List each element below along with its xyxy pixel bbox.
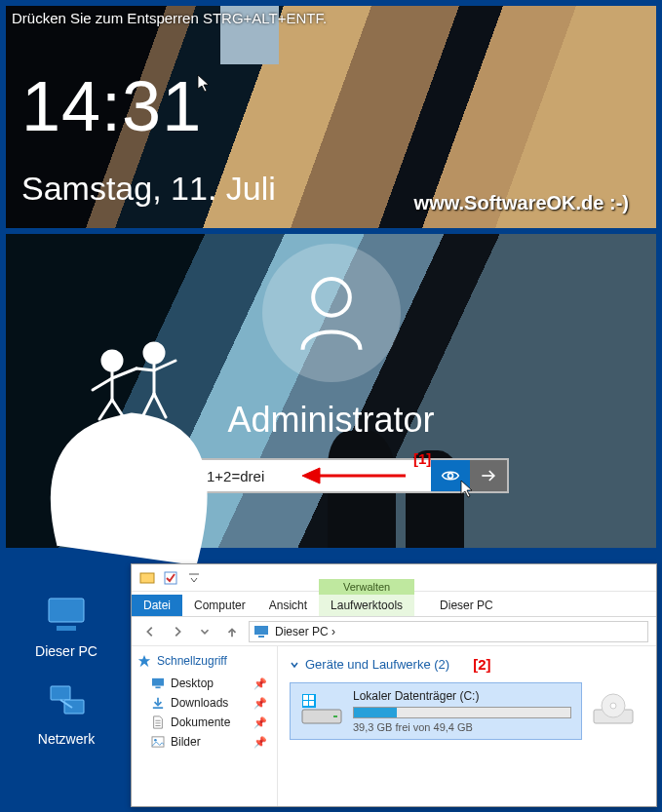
qat-dropdown-icon[interactable] [186, 570, 202, 586]
svg-rect-32 [155, 686, 160, 688]
svg-rect-37 [152, 737, 164, 747]
sidebar-item-desktop[interactable]: Desktop 📌 [137, 674, 271, 693]
nav-up-button[interactable] [221, 621, 243, 642]
nav-back-button[interactable] [139, 621, 161, 642]
lock-date: Samstag, 11. Juli [21, 170, 276, 208]
svg-point-38 [154, 739, 157, 742]
file-explorer-window: Datei Computer Ansicht Verwalten Laufwer… [131, 563, 657, 807]
svg-rect-24 [140, 573, 154, 583]
tab-drive-tools[interactable]: Verwalten Laufwerktools [319, 595, 414, 616]
desktop-icon-this-pc[interactable]: Dieser PC [21, 595, 111, 659]
unlock-hint: Drücken Sie zum Entsperren STRG+ALT+ENTF… [12, 10, 327, 26]
tab-file[interactable]: Datei [132, 595, 182, 616]
sidebar-item-label: Bilder [171, 735, 201, 749]
svg-point-48 [610, 703, 616, 709]
star-icon [137, 654, 151, 668]
window-location-label: Dieser PC [428, 595, 505, 616]
eye-icon [441, 466, 460, 485]
drive-usage-fill [354, 708, 397, 717]
group-devices-drives[interactable]: Geräte und Laufwerke (2) [290, 657, 449, 672]
ribbon-tabs: Datei Computer Ansicht Verwalten Laufwer… [132, 592, 656, 617]
desktop-icon-label: Netzwerk [21, 731, 111, 747]
sidebar-item-label: Desktop [171, 677, 214, 690]
properties-icon[interactable] [163, 570, 178, 586]
desktop-region: Dieser PC Netzwerk [0, 556, 662, 812]
pin-icon: 📌 [253, 716, 267, 729]
svg-rect-40 [333, 715, 337, 717]
drive-usage-bar [353, 707, 571, 718]
svg-rect-19 [49, 599, 84, 622]
desktop-folder-icon [151, 677, 165, 689]
drive-local-c[interactable]: Lokaler Datenträger (C:) 39,3 GB frei vo… [290, 682, 582, 740]
lock-screen-panel: Drücken Sie zum Entsperren STRG+ALT+ENTF… [6, 6, 656, 228]
sidebar-item-pictures[interactable]: Bilder 📌 [137, 732, 271, 752]
document-icon [151, 715, 165, 729]
address-bar[interactable]: Dieser PC › [249, 621, 648, 642]
context-tab-heading: Verwalten [319, 579, 414, 595]
svg-rect-45 [309, 701, 314, 706]
login-panel: Administrator [1] [6, 234, 656, 548]
explorer-sidebar: Schnellzugriff Desktop 📌 Downloads 📌 Dok… [132, 646, 278, 806]
breadcrumb[interactable]: Dieser PC › [275, 625, 335, 638]
svg-rect-20 [57, 626, 76, 631]
drive-free-text: 39,3 GB frei von 49,4 GB [353, 721, 571, 733]
cursor-icon [460, 480, 476, 503]
annotation-1: [1] [413, 450, 431, 467]
chevron-down-icon [290, 660, 299, 670]
sidebar-item-documents[interactable]: Dokumente 📌 [137, 713, 271, 732]
sidebar-quick-access[interactable]: Schnellzugriff [137, 654, 271, 668]
svg-rect-28 [254, 626, 268, 635]
desktop-icon-label: Dieser PC [21, 643, 111, 659]
svg-rect-42 [303, 695, 308, 700]
svg-rect-21 [51, 686, 70, 700]
lock-time: 14:31 [21, 66, 202, 146]
pin-icon: 📌 [253, 677, 267, 690]
annotation-2: [2] [473, 656, 490, 673]
watermark-text: www.SoftwareOK.de :-) [414, 192, 629, 214]
svg-rect-43 [309, 695, 314, 700]
arrow-right-icon [479, 466, 498, 485]
svg-marker-6 [461, 481, 472, 497]
password-input[interactable] [199, 460, 431, 491]
desktop-icon-network[interactable]: Netzwerk [21, 682, 111, 747]
nav-recent-button[interactable] [194, 621, 215, 642]
sidebar-item-label: Downloads [171, 696, 228, 710]
svg-point-1 [313, 279, 350, 316]
tab-computer[interactable]: Computer [182, 595, 257, 616]
sidebar-item-downloads[interactable]: Downloads 📌 [137, 693, 271, 713]
pc-icon [253, 625, 269, 638]
svg-marker-0 [198, 75, 209, 92]
svg-rect-22 [64, 700, 84, 714]
pc-icon [43, 595, 90, 634]
pin-icon: 📌 [253, 736, 267, 749]
cursor-icon [197, 74, 213, 97]
optical-drive-icon[interactable] [592, 692, 635, 730]
pictures-icon [151, 736, 165, 748]
svg-rect-29 [258, 636, 264, 638]
svg-point-2 [448, 474, 453, 479]
user-icon [290, 271, 373, 355]
nav-forward-button[interactable] [167, 621, 188, 642]
svg-marker-30 [138, 655, 150, 667]
tab-drive-tools-label: Laufwerktools [331, 599, 403, 612]
svg-rect-44 [303, 701, 308, 706]
drive-name: Lokaler Datenträger (C:) [353, 689, 571, 703]
login-username: Administrator [6, 400, 656, 441]
tab-view[interactable]: Ansicht [257, 595, 319, 616]
explorer-app-icon [139, 570, 155, 586]
sidebar-heading-label: Schnellzugriff [157, 654, 227, 668]
svg-rect-31 [152, 678, 164, 686]
sidebar-item-label: Dokumente [171, 715, 230, 729]
address-bar-row: Dieser PC › [132, 617, 656, 646]
downloads-icon [151, 697, 165, 709]
explorer-content: Geräte und Laufwerke (2) [2] [278, 646, 656, 806]
pin-icon: 📌 [253, 697, 267, 710]
group-heading-label: Geräte und Laufwerke (2) [305, 657, 449, 672]
drive-icon [300, 692, 343, 730]
user-avatar [262, 244, 401, 382]
network-icon [43, 682, 90, 721]
